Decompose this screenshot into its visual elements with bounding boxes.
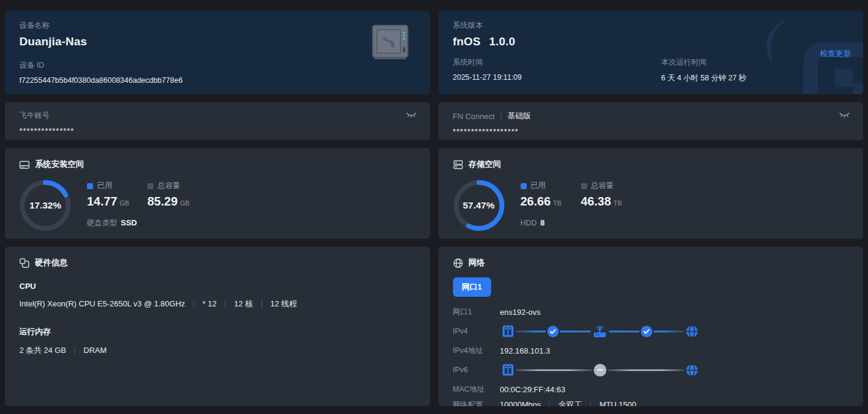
system-time-label: 系统时间 bbox=[453, 57, 661, 68]
mac-address-row: MAC地址 00:0C:29:FF:44:63 bbox=[453, 381, 849, 397]
internet-globe-icon bbox=[686, 364, 698, 377]
total-value: 46.38 bbox=[581, 195, 611, 208]
network-title: 网络 bbox=[469, 257, 485, 268]
os-version: 1.0.0 bbox=[489, 35, 515, 48]
fn-connect-label: FN Connect bbox=[453, 112, 495, 121]
device-id-label: 设备 ID bbox=[19, 60, 416, 71]
eye-closed-icon[interactable] bbox=[406, 112, 417, 120]
divider bbox=[501, 112, 501, 120]
disk-type-info: 硬盘类型SSD bbox=[87, 218, 208, 228]
total-value: 85.29 bbox=[147, 195, 178, 208]
install-space-title: 系统安装空间 bbox=[35, 159, 84, 170]
check-icon bbox=[641, 326, 652, 337]
hardware-info-title: 硬件信息 bbox=[35, 257, 68, 268]
device-id-value: f72255447b5b4f0380da86008346adecdbb778e6 bbox=[19, 76, 416, 85]
storage-stack-icon bbox=[453, 160, 463, 170]
port-label: 网口1 bbox=[453, 307, 500, 317]
nas-node-icon bbox=[501, 363, 515, 377]
memory-size: 2 条共 24 GB bbox=[19, 346, 74, 355]
globe-icon bbox=[453, 258, 463, 268]
ipv4-address-row: IPv4地址 192.168.101.3 bbox=[453, 343, 849, 358]
memory-section-label: 运行内存 bbox=[19, 326, 416, 337]
install-space-percent: 17.32% bbox=[19, 180, 71, 231]
ipv6-status-row: IPv6 bbox=[453, 358, 849, 381]
ipv6-label: IPv6 bbox=[453, 366, 500, 374]
device-name-label: 设备名称 bbox=[19, 21, 416, 31]
legend-total: 总容量 46.38TB bbox=[581, 181, 641, 209]
used-swatch bbox=[521, 183, 527, 189]
cpu-threads: 12 线程 bbox=[262, 300, 306, 308]
network-card: 网络 网口1 网口1 ens192-ovs IPv4 bbox=[439, 247, 864, 406]
cpu-spec-line: Intel(R) Xeon(R) CPU E5-2650L v3 @ 1.80G… bbox=[19, 300, 416, 308]
system-time-row: 系统时间 2025-11-27 19:11:09 本次运行时间 6 天 4 小时… bbox=[453, 57, 849, 85]
storage-space-percent: 57.47% bbox=[453, 180, 505, 231]
dashboard-page: 设备名称 Duanjia-Nas 设备 ID f72255447b5b4f038… bbox=[0, 0, 868, 414]
fn-account-masked-value: *************** bbox=[19, 126, 416, 135]
memory-spec-line: 2 条共 24 GB DRAM bbox=[19, 346, 416, 355]
legend-used: 已用 26.66TB bbox=[521, 181, 581, 209]
port-value: ens192-ovs bbox=[500, 308, 541, 317]
check-update-link[interactable]: 检查更新 bbox=[820, 48, 851, 59]
used-unit: GB bbox=[120, 199, 129, 207]
fn-connect-card: FN Connect 基础版 ****************** bbox=[439, 102, 864, 140]
mac-address-label: MAC地址 bbox=[453, 384, 500, 395]
cpu-model: Intel(R) Xeon(R) CPU E5-2650L v3 @ 1.80G… bbox=[19, 300, 193, 308]
uptime-value: 6 天 4 小时 58 分钟 27 秒 bbox=[661, 73, 747, 83]
used-value: 26.66 bbox=[521, 195, 551, 208]
network-config-label: 网络配置 bbox=[453, 400, 500, 407]
hardware-chip-icon bbox=[19, 258, 30, 268]
fn-connect-tier: 基础版 bbox=[507, 111, 531, 121]
eye-closed-icon[interactable] bbox=[839, 112, 850, 120]
hardware-info-card: 硬件信息 CPU Intel(R) Xeon(R) CPU E5-2650L v… bbox=[5, 247, 430, 406]
storage-space-donut: 57.47% bbox=[453, 180, 505, 231]
port-name-row: 网口1 ens192-ovs bbox=[453, 304, 849, 320]
hdd-info: HDD8 bbox=[521, 218, 641, 227]
install-space-card: 系统安装空间 17.32% 已用 14.77GB bbox=[5, 148, 430, 239]
legend-total: 总容量 85.29GB bbox=[147, 181, 208, 209]
fn-account-card: 飞牛账号 *************** bbox=[5, 102, 430, 140]
duplex-mode: 全双工 bbox=[549, 401, 590, 406]
disk-type-value: SSD bbox=[121, 218, 137, 227]
total-swatch bbox=[581, 183, 587, 189]
nas-device-image bbox=[371, 24, 413, 60]
ipv4-connectivity-diagram bbox=[500, 324, 699, 338]
ipv4-label: IPv4 bbox=[453, 327, 500, 335]
disconnected-icon bbox=[594, 364, 606, 377]
ipv4-address-value: 192.168.101.3 bbox=[500, 346, 550, 355]
system-version-label: 系统版本 bbox=[453, 21, 849, 31]
memory-type: DRAM bbox=[74, 346, 115, 355]
hdd-count: 8 bbox=[541, 218, 545, 227]
cpu-section-label: CPU bbox=[19, 282, 416, 291]
total-unit: TB bbox=[614, 199, 622, 207]
internet-globe-icon bbox=[686, 325, 698, 338]
link-speed: 10000Mbps bbox=[500, 401, 550, 406]
cpu-cores: 12 核 bbox=[225, 300, 261, 308]
network-config-row: 网络配置 10000Mbps 全双工 MTU 1500 bbox=[453, 397, 849, 406]
legend-used: 已用 14.77GB bbox=[87, 181, 147, 209]
system-time-value: 2025-11-27 19:11:09 bbox=[453, 73, 661, 82]
cpu-multiplier: * 12 bbox=[193, 300, 225, 308]
total-unit: GB bbox=[180, 199, 190, 207]
tab-port-1[interactable]: 网口1 bbox=[453, 277, 491, 297]
storage-space-card: 存储空间 57.47% 已用 26.66TB bbox=[439, 148, 864, 239]
ipv6-connectivity-diagram bbox=[500, 363, 699, 377]
router-node-icon bbox=[592, 324, 608, 338]
hard-drive-icon bbox=[19, 160, 30, 170]
mac-address-value: 00:0C:29:FF:44:63 bbox=[500, 385, 565, 394]
uptime-label: 本次运行时间 bbox=[661, 57, 747, 68]
install-space-donut: 17.32% bbox=[19, 180, 71, 231]
storage-space-title: 存储空间 bbox=[469, 159, 501, 170]
total-swatch bbox=[147, 183, 153, 189]
system-version-value: fnOS 1.0.0 bbox=[453, 35, 849, 48]
used-swatch bbox=[87, 183, 93, 189]
device-info-card: 设备名称 Duanjia-Nas 设备 ID f72255447b5b4f038… bbox=[5, 11, 430, 94]
used-value: 14.77 bbox=[87, 195, 117, 208]
ipv4-address-label: IPv4地址 bbox=[453, 346, 500, 356]
fn-connect-masked-value: ****************** bbox=[453, 127, 849, 136]
mtu-value: MTU 1500 bbox=[590, 401, 645, 406]
device-name-value: Duanjia-Nas bbox=[19, 35, 416, 48]
check-icon bbox=[547, 326, 559, 337]
fn-account-label: 飞牛账号 bbox=[19, 111, 416, 121]
os-name: fnOS bbox=[453, 35, 481, 48]
nas-node-icon bbox=[501, 325, 515, 338]
